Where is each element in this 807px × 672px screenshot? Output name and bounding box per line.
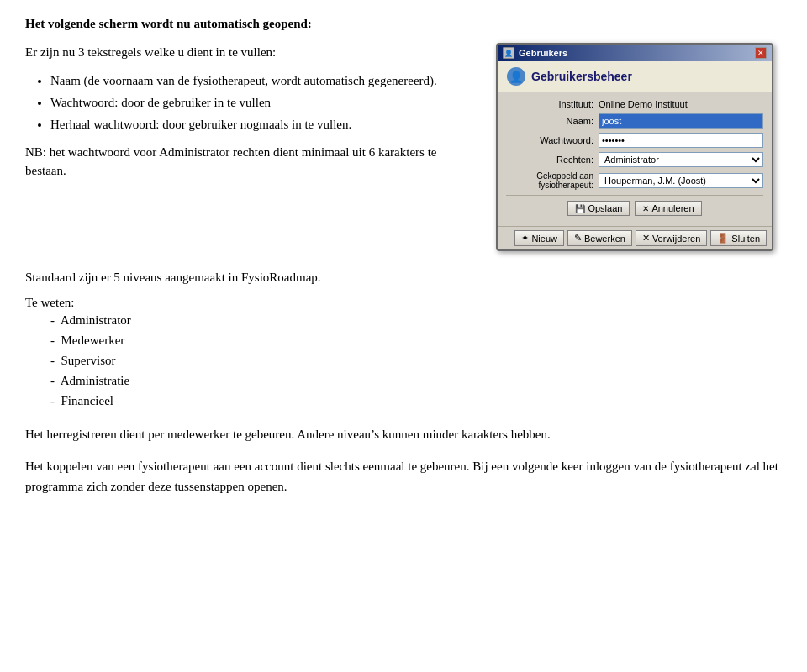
dialog-title-text: Gebruikers [519, 48, 567, 58]
intro-text: Er zijn nu 3 tekstregels welke u dient i… [25, 43, 471, 62]
rechten-row: Rechten: Administrator [506, 152, 763, 167]
dialog-titlebar: 👤 Gebruikers ✕ [498, 45, 772, 61]
paragraph1: Het herregistreren dient per medewerker … [25, 424, 782, 444]
cancel-icon: ✕ [642, 204, 649, 213]
bewerken-button[interactable]: ✎ Bewerken [567, 230, 632, 246]
level-item-5: Financieel [50, 391, 782, 411]
naam-row: Naam: [506, 113, 763, 129]
left-column: Er zijn nu 3 tekstregels welke u dient i… [25, 43, 479, 192]
te-weten-intro: Te weten: [25, 296, 75, 309]
dialog-title-icon: 👤 [503, 47, 514, 59]
sluiten-label: Sluiten [731, 234, 760, 244]
dialog-separator [506, 195, 763, 196]
annuleren-label: Annuleren [651, 203, 694, 213]
bewerken-label: Bewerken [584, 234, 625, 244]
dialog-toolbar: ✦ Nieuw ✎ Bewerken ✕ Verwijderen 🚪 Sluit… [498, 226, 772, 249]
annuleren-button[interactable]: ✕ Annuleren [635, 201, 701, 216]
bewerken-icon: ✎ [574, 233, 582, 244]
level-item-1: Administrator [50, 310, 782, 330]
levels-list: Administrator Medewerker Supervisor Admi… [50, 310, 782, 411]
dialog-header-title: Gebruikersbeheer [531, 70, 632, 83]
standaard-text: Standaard zijn er 5 niveaus aangemaakt i… [25, 268, 782, 287]
rechten-select[interactable]: Administrator [599, 152, 763, 167]
save-icon: 💾 [575, 204, 585, 213]
sluiten-icon: 🚪 [717, 233, 729, 244]
gekoppeld-row: Gekoppeld aan fysiotherapeut: Houperman,… [506, 171, 763, 190]
dialog-body: Instituut: Online Demo Instituut Naam: W… [498, 92, 772, 226]
dialog-close-button[interactable]: ✕ [755, 47, 767, 59]
instituut-value: Online Demo Instituut [599, 99, 763, 109]
nieuw-icon: ✦ [521, 233, 529, 244]
instituut-label: Instituut: [506, 99, 599, 109]
nieuw-button[interactable]: ✦ Nieuw [514, 230, 564, 246]
below-section: Standaard zijn er 5 niveaus aangemaakt i… [25, 268, 782, 496]
bullet-list: Naam (de voornaam van de fysiotherapeut,… [50, 71, 471, 134]
wachtwoord-input[interactable] [599, 133, 763, 148]
verwijderen-icon: ✕ [642, 233, 650, 244]
level-item-4: Administratie [50, 370, 782, 391]
gebruikers-dialog: 👤 Gebruikers ✕ 👤 Gebruikersbeheer [496, 43, 773, 251]
main-layout: Er zijn nu 3 tekstregels welke u dient i… [25, 43, 782, 251]
naam-label: Naam: [506, 116, 599, 126]
bullet-item-3: Herhaal wachtwoord: door gebruiker nogma… [50, 114, 471, 134]
nb-text: NB: het wachtwoord voor Administrator re… [25, 143, 471, 181]
gekoppeld-select[interactable]: Houperman, J.M. (Joost) [599, 173, 763, 188]
dialog-container: 👤 Gebruikers ✕ 👤 Gebruikersbeheer [496, 43, 782, 251]
opslaan-label: Opslaan [588, 203, 622, 213]
sluiten-button[interactable]: 🚪 Sluiten [710, 230, 767, 246]
level-item-2: Medewerker [50, 330, 782, 350]
paragraph2: Het koppelen van een fysiotherapeut aan … [25, 456, 782, 496]
verwijderen-button[interactable]: ✕ Verwijderen [636, 230, 707, 246]
rechten-label: Rechten: [506, 155, 599, 165]
te-weten-section: Te weten: Administrator Medewerker Super… [25, 296, 782, 411]
wachtwoord-row: Wachtwoord: [506, 133, 763, 148]
bullet-item-1: Naam (de voornaam van de fysiotherapeut,… [50, 71, 471, 91]
dialog-header-bar: 👤 Gebruikersbeheer [498, 61, 772, 92]
gekoppeld-label: Gekoppeld aan fysiotherapeut: [506, 171, 599, 190]
nieuw-label: Nieuw [531, 234, 557, 244]
verwijderen-label: Verwijderen [652, 234, 700, 244]
dialog-header-icon: 👤 [506, 66, 526, 87]
naam-input[interactable] [599, 113, 763, 129]
level-item-3: Supervisor [50, 350, 782, 370]
bullet-item-2: Wachtwoord: door de gebruiker in te vull… [50, 92, 471, 113]
page-title: Het volgende scherm wordt nu automatisch… [25, 17, 782, 31]
instituut-row: Instituut: Online Demo Instituut [506, 99, 763, 109]
opslaan-button[interactable]: 💾 Opslaan [567, 201, 630, 216]
wachtwoord-label: Wachtwoord: [506, 135, 599, 145]
dialog-action-buttons: 💾 Opslaan ✕ Annuleren [506, 201, 763, 216]
